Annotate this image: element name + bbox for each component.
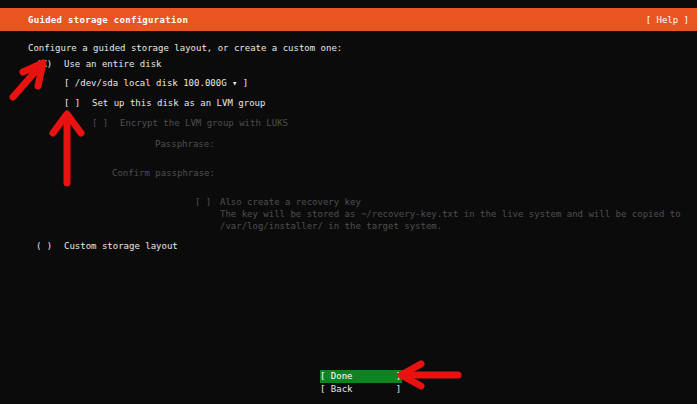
confirm-passphrase-label: Confirm passphrase:	[112, 167, 215, 179]
back-button[interactable]: [ Back ]	[320, 383, 402, 396]
page-title: Guided storage configuration	[28, 15, 188, 25]
intro-text: Configure a guided storage layout, or cr…	[28, 42, 342, 54]
use-entire-disk-radio[interactable]: (X)	[36, 58, 52, 70]
recovery-key-help-line2: /var/log/installer/ in the target system…	[220, 220, 442, 232]
titlebar: Guided storage configuration [ Help ]	[0, 8, 697, 31]
disk-select-dropdown[interactable]: [ /dev/sda local disk 100.000G ▾ ]	[64, 77, 248, 89]
done-button[interactable]: [ Done ]	[320, 370, 402, 383]
lvm-checkbox[interactable]: [ ]	[64, 97, 80, 109]
passphrase-label: Passphrase:	[155, 138, 215, 150]
luks-checkbox: [ ]	[92, 117, 108, 129]
lvm-checkbox-label: Set up this disk as an LVM group	[92, 97, 265, 109]
luks-checkbox-label: Encrypt the LVM group with LUKS	[120, 117, 288, 129]
use-entire-disk-label: Use an entire disk	[64, 58, 162, 70]
arrow-to-lvm-checkbox-icon	[53, 114, 81, 183]
recovery-key-checkbox: [ ]	[195, 196, 211, 208]
installer-screen: Guided storage configuration [ Help ] Co…	[0, 0, 697, 404]
custom-layout-radio[interactable]: ( )	[36, 240, 52, 252]
custom-layout-label: Custom storage layout	[64, 240, 178, 252]
recovery-key-label: Also create a recovery key	[220, 196, 361, 208]
help-button[interactable]: [ Help ]	[646, 15, 689, 25]
recovery-key-help-line1: The key will be stored as ~/recovery-key…	[220, 208, 681, 220]
arrow-to-done-button-icon	[401, 364, 458, 386]
